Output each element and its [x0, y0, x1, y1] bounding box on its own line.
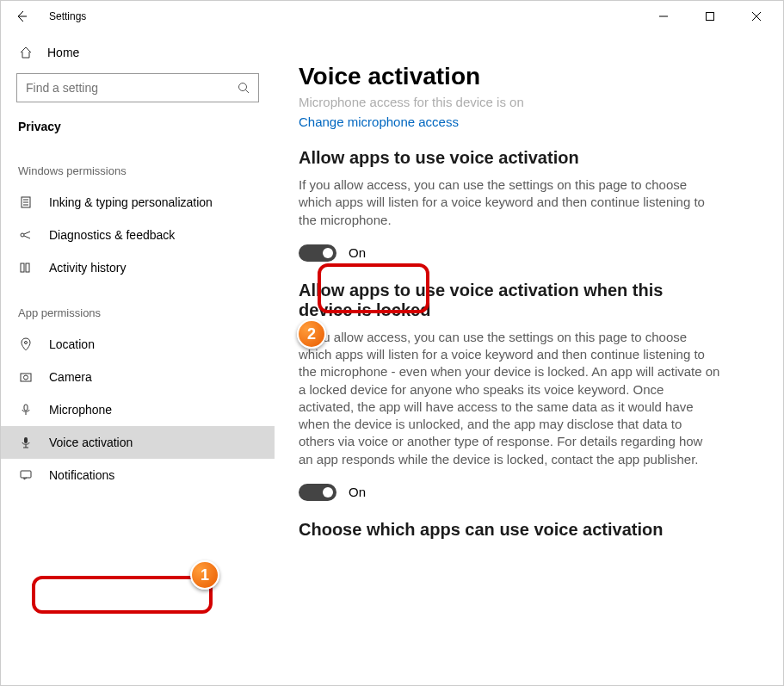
window-controls — [644, 3, 776, 30]
svg-line-5 — [246, 90, 250, 94]
notifications-icon — [18, 468, 34, 482]
toggle-voice-activation-row: On — [299, 244, 754, 262]
svg-point-10 — [21, 233, 24, 237]
maximize-icon — [705, 11, 715, 22]
svg-rect-14 — [26, 263, 29, 272]
search-box[interactable] — [16, 73, 259, 102]
nav-label: Activity history — [49, 261, 126, 275]
category-label: Privacy — [1, 108, 275, 142]
toggle-locked[interactable] — [299, 484, 336, 501]
toggle-locked-row: On — [299, 484, 754, 501]
nav-activity-history[interactable]: Activity history — [1, 251, 275, 284]
titlebar: Settings — [1, 1, 783, 32]
svg-point-4 — [239, 83, 247, 91]
home-label: Home — [47, 46, 79, 59]
home-nav[interactable]: Home — [1, 39, 275, 66]
microphone-icon — [18, 403, 34, 417]
toggle-voice-activation[interactable] — [299, 244, 336, 262]
mic-access-status: Microphone access for this device is on — [299, 94, 754, 109]
nav-camera[interactable]: Camera — [1, 361, 275, 393]
feedback-icon — [18, 228, 34, 242]
arrow-left-icon — [15, 9, 28, 23]
svg-point-15 — [25, 342, 28, 344]
nav-inking-typing[interactable]: Inking & typing personalization — [1, 186, 275, 219]
change-mic-access-link[interactable]: Change microphone access — [299, 114, 754, 129]
group-windows-permissions: Windows permissions — [1, 142, 275, 186]
search-icon — [238, 82, 250, 94]
section-allow-voice-activation-desc: If you allow access, you can use the set… — [299, 176, 720, 229]
svg-rect-16 — [21, 374, 31, 381]
minimize-icon — [658, 11, 669, 22]
nav-location[interactable]: Location — [1, 328, 275, 361]
nav-label: Microphone — [49, 403, 112, 417]
back-button[interactable] — [8, 3, 35, 30]
nav-voice-activation[interactable]: Voice activation — [1, 426, 275, 459]
camera-icon — [18, 370, 34, 384]
svg-line-11 — [24, 232, 30, 234]
voice-activation-icon — [18, 436, 34, 449]
nav-diagnostics[interactable]: Diagnostics & feedback — [1, 219, 275, 251]
nav-label: Inking & typing personalization — [49, 195, 213, 209]
history-icon — [18, 261, 34, 275]
toggle-voice-activation-label: On — [349, 245, 366, 260]
nav-microphone[interactable]: Microphone — [1, 393, 275, 426]
nav-label: Notifications — [49, 468, 114, 482]
group-app-permissions: App permissions — [1, 284, 275, 328]
svg-line-12 — [24, 236, 30, 238]
clipboard-icon — [18, 195, 34, 209]
section-allow-voice-activation-title: Allow apps to use voice activation — [299, 148, 754, 168]
svg-rect-13 — [21, 263, 24, 272]
nav-label: Voice activation — [49, 436, 133, 449]
svg-rect-18 — [24, 405, 28, 411]
app-title: Settings — [49, 10, 86, 22]
svg-rect-20 — [24, 437, 28, 443]
page-title: Voice activation — [299, 63, 754, 90]
nav-notifications[interactable]: Notifications — [1, 459, 275, 491]
maximize-button[interactable] — [690, 3, 730, 30]
location-icon — [18, 337, 34, 351]
nav-label: Diagnostics & feedback — [49, 228, 175, 242]
main-pane: Voice activation Microphone access for t… — [275, 32, 783, 685]
section-locked-desc: If you allow access, you can use the set… — [299, 329, 720, 468]
close-button[interactable] — [737, 3, 776, 30]
sidebar: Home Privacy Windows permissions Inking … — [1, 32, 275, 685]
close-icon — [751, 11, 762, 22]
section-locked-title: Allow apps to use voice activation when … — [299, 281, 677, 320]
svg-point-17 — [24, 375, 28, 380]
svg-rect-23 — [21, 471, 31, 478]
home-icon — [18, 46, 34, 59]
svg-rect-1 — [707, 13, 714, 21]
nav-label: Location — [49, 337, 95, 351]
toggle-locked-label: On — [349, 485, 366, 499]
nav-label: Camera — [49, 370, 92, 384]
minimize-button[interactable] — [644, 3, 683, 30]
search-input[interactable] — [26, 81, 232, 95]
section-choose-apps-title: Choose which apps can use voice activati… — [299, 520, 754, 540]
